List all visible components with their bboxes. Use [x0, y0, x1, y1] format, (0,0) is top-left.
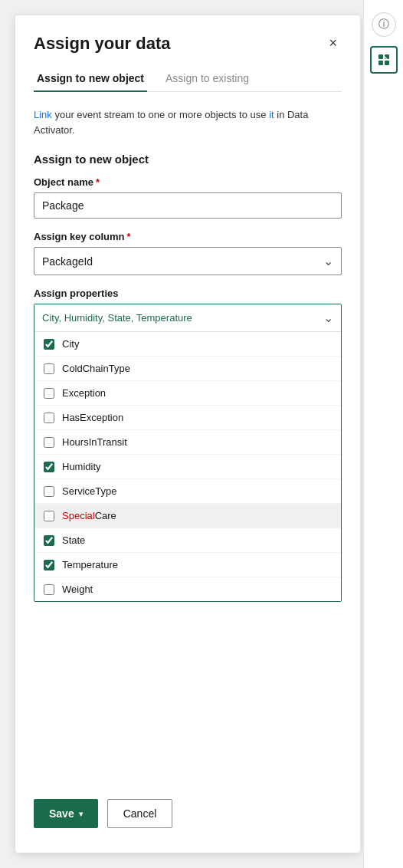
checkbox-item-humidity[interactable]: Humidity	[34, 455, 341, 479]
description-text: Link your event stream to one or more ob…	[34, 107, 342, 137]
panel-header: Assign your data ×	[34, 34, 342, 54]
info-icon-button[interactable]: ⓘ	[372, 12, 396, 37]
checkbox-exception-label: Exception	[62, 387, 106, 399]
checkbox-weight-label: Weight	[62, 584, 93, 595]
checkbox-state-label: State	[62, 534, 85, 546]
key-column-chevron-icon	[323, 254, 333, 268]
tab-assign-existing[interactable]: Assign to existing	[162, 66, 252, 92]
checkbox-coldchain[interactable]	[44, 363, 54, 374]
checkbox-item-city[interactable]: City	[34, 332, 341, 357]
key-column-value: PackageId	[42, 255, 93, 268]
object-name-required-star: *	[96, 176, 100, 188]
checkbox-city-label: City	[62, 338, 79, 350]
checkbox-item-hoursintransit[interactable]: HoursInTransit	[34, 430, 341, 455]
checkbox-servicetype-label: ServiceType	[62, 485, 117, 497]
checkbox-weight[interactable]	[44, 584, 54, 595]
checkbox-specialcare-label: SpecialCare	[62, 510, 116, 521]
checkbox-item-coldchain[interactable]: ColdChainType	[34, 357, 341, 381]
checkbox-temperature[interactable]	[44, 560, 54, 570]
checkbox-item-temperature[interactable]: Temperature	[34, 553, 341, 577]
properties-label: Assign properties	[34, 288, 342, 299]
key-column-select[interactable]: PackageId	[34, 247, 342, 275]
svg-rect-0	[378, 54, 383, 59]
svg-rect-2	[378, 61, 383, 65]
checkbox-hoursintransit-label: HoursInTransit	[62, 436, 127, 448]
checkbox-item-hasexception[interactable]: HasException	[34, 406, 341, 430]
panel-title: Assign your data	[34, 34, 170, 54]
object-name-label: Object name*	[34, 176, 342, 188]
key-column-required-star: *	[126, 231, 130, 242]
checkbox-humidity-label: Humidity	[62, 461, 101, 472]
checkbox-hasexception-label: HasException	[62, 412, 123, 423]
checkbox-hoursintransit[interactable]	[44, 437, 54, 448]
cancel-button[interactable]: Cancel	[107, 799, 173, 828]
grid-icon	[377, 53, 391, 67]
outer-container: Assign your data × Assign to new object …	[0, 0, 403, 868]
footer-buttons: Save ▾ Cancel	[34, 781, 342, 828]
properties-dropdown-header[interactable]: City, Humidity, State, Temperature	[34, 304, 341, 332]
grid-icon-button[interactable]	[370, 46, 398, 74]
checkbox-item-weight[interactable]: Weight	[34, 577, 341, 601]
checkbox-temperature-label: Temperature	[62, 559, 118, 570]
key-column-label: Assign key column*	[34, 231, 342, 242]
properties-chevron-icon	[323, 311, 333, 325]
checkbox-item-servicetype[interactable]: ServiceType	[34, 479, 341, 504]
checkbox-humidity[interactable]	[44, 462, 54, 472]
tab-assign-new[interactable]: Assign to new object	[34, 66, 147, 92]
checkbox-item-state[interactable]: State	[34, 528, 341, 553]
checkbox-specialcare[interactable]	[44, 511, 54, 521]
svg-rect-1	[385, 54, 389, 59]
checkbox-item-exception[interactable]: Exception	[34, 381, 341, 406]
svg-rect-3	[385, 61, 389, 65]
section-title: Assign to new object	[34, 153, 342, 166]
assign-panel: Assign your data × Assign to new object …	[15, 15, 360, 853]
description-link1[interactable]: Link	[34, 109, 52, 120]
object-name-input[interactable]	[34, 192, 342, 219]
save-label: Save	[49, 807, 74, 820]
info-icon: ⓘ	[378, 18, 389, 31]
close-button[interactable]: ×	[324, 34, 342, 53]
save-button[interactable]: Save ▾	[34, 799, 98, 828]
properties-checkbox-list: City ColdChainType Exception HasExceptio…	[34, 332, 341, 601]
checkbox-hasexception[interactable]	[44, 413, 54, 423]
tabs-container: Assign to new object Assign to existing	[34, 66, 342, 92]
description-plain1: your event stream to one or more objects…	[52, 109, 269, 120]
checkbox-servicetype[interactable]	[44, 486, 54, 497]
properties-selected-values: City, Humidity, State, Temperature	[42, 312, 192, 324]
checkbox-coldchain-label: ColdChainType	[62, 363, 130, 374]
sidebar: ⓘ	[363, 0, 403, 868]
checkbox-city[interactable]	[44, 339, 54, 350]
save-chevron-icon: ▾	[79, 810, 83, 818]
checkbox-state[interactable]	[44, 535, 54, 546]
checkbox-exception[interactable]	[44, 388, 54, 399]
checkbox-item-specialcare[interactable]: SpecialCare	[34, 504, 341, 528]
properties-dropdown-container: City, Humidity, State, Temperature City …	[34, 304, 342, 602]
